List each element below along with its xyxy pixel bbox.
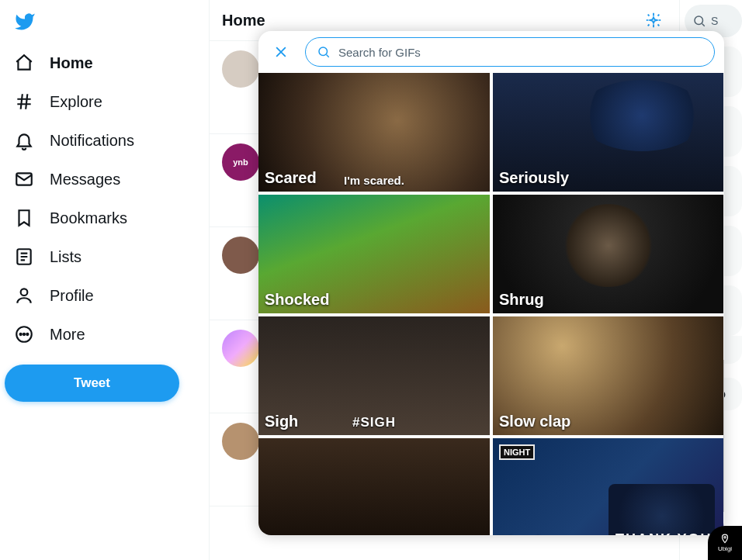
gif-category-label: Scared xyxy=(265,169,317,187)
gif-search-field[interactable] xyxy=(305,37,715,67)
svg-point-8 xyxy=(319,47,328,56)
svg-point-9 xyxy=(724,537,726,538)
gif-category-label: Shocked xyxy=(265,291,329,309)
ubigi-widget[interactable]: Ubigi xyxy=(708,526,742,560)
pin-icon xyxy=(719,534,730,544)
search-icon xyxy=(317,45,331,59)
gif-picker-modal: ScaredI'm scared.SeriouslyShockedShrugSi… xyxy=(258,31,724,535)
gif-category-tile[interactable]: Sorry xyxy=(258,438,490,535)
gif-category-label: Sigh xyxy=(265,413,298,430)
gif-category-tile[interactable]: Seriously xyxy=(493,73,724,192)
gif-caption: I'm scared. xyxy=(344,174,404,187)
gif-category-tile[interactable]: Slow clap xyxy=(493,316,724,435)
gif-category-label: Thank you xyxy=(499,533,577,535)
gif-category-tile[interactable]: ScaredI'm scared. xyxy=(258,73,490,192)
gif-category-tile[interactable]: Thank youNIGHTTHANK YOU xyxy=(493,438,724,535)
gif-category-tile[interactable]: Shrug xyxy=(493,195,724,313)
gif-badge: NIGHT xyxy=(499,444,535,460)
gif-category-tile[interactable]: Sigh#SIGH xyxy=(258,316,490,435)
gif-search-input[interactable] xyxy=(338,46,703,59)
gif-caption: THANK YOU xyxy=(615,531,713,535)
gif-category-label: Shrug xyxy=(499,291,544,309)
gif-category-tile[interactable]: Shocked xyxy=(258,195,490,313)
gif-category-label: Slow clap xyxy=(499,413,570,430)
gif-category-grid: ScaredI'm scared.SeriouslyShockedShrugSi… xyxy=(258,73,724,535)
close-icon xyxy=(273,44,289,60)
ubigi-label: Ubigi xyxy=(718,545,732,552)
close-button[interactable] xyxy=(268,39,294,65)
gif-caption: #SIGH xyxy=(352,415,396,430)
gif-category-label: Sorry xyxy=(265,533,305,535)
scrollbar[interactable]: ▲ xyxy=(723,73,724,535)
gif-modal-header xyxy=(258,31,724,73)
gif-category-label: Seriously xyxy=(499,169,569,187)
scroll-thumb[interactable] xyxy=(723,360,724,512)
